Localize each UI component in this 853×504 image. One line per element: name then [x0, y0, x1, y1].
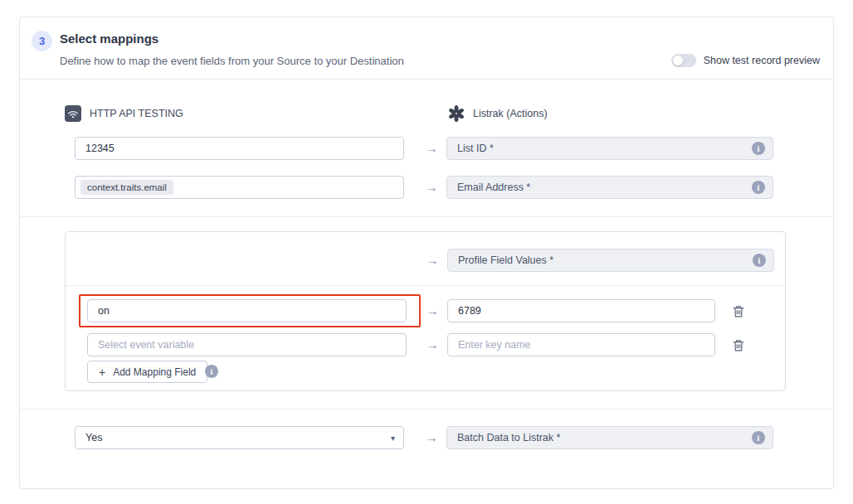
- delete-mapping-button[interactable]: [731, 337, 746, 352]
- destination-header: Listrak (Actions): [448, 105, 548, 122]
- mapping-pair-destination: [447, 333, 715, 356]
- event-variable-input[interactable]: [87, 333, 407, 356]
- info-icon[interactable]: i: [205, 365, 218, 378]
- info-icon[interactable]: i: [752, 431, 765, 444]
- arrow-right-icon: →: [422, 303, 442, 317]
- section-divider: [20, 409, 833, 410]
- trash-icon: [733, 305, 744, 317]
- mapping-pair-source: [87, 299, 407, 322]
- arrow-right-icon: →: [422, 253, 442, 267]
- toggle-label: Show test record preview: [704, 55, 820, 66]
- show-test-record-preview-toggle[interactable]: [671, 54, 696, 67]
- wifi-icon: [65, 105, 81, 122]
- chevron-down-icon: ▾: [391, 434, 395, 443]
- trash-icon: [733, 339, 744, 351]
- delete-mapping-button[interactable]: [731, 303, 746, 318]
- info-icon[interactable]: i: [752, 181, 765, 194]
- list-id-source-field: [75, 137, 404, 160]
- destination-name: Listrak (Actions): [473, 108, 548, 119]
- arrow-right-icon: →: [422, 180, 441, 194]
- mapping-pair-destination: [447, 299, 715, 322]
- batch-select[interactable]: Yes ▾: [75, 426, 404, 449]
- event-variable-input[interactable]: [87, 299, 407, 322]
- add-mapping-field-label: Add Mapping Field: [113, 366, 196, 378]
- page-title: Select mappings: [60, 32, 158, 46]
- destination-field-label: List ID *: [457, 143, 494, 154]
- source-name: HTTP API TESTING: [90, 108, 183, 119]
- section-divider: [20, 216, 833, 217]
- add-mapping-field-button[interactable]: + Add Mapping Field: [87, 361, 207, 383]
- arrow-right-icon: →: [422, 430, 441, 444]
- select-mappings-card: 3 Select mappings Define how to map the …: [19, 17, 834, 489]
- listrak-logo-icon: [448, 105, 465, 122]
- profile-field-values-destination-field: Profile Field Values * i: [447, 249, 774, 272]
- arrow-right-icon: →: [422, 141, 441, 155]
- key-name-input[interactable]: [447, 299, 715, 322]
- source-header: HTTP API TESTING: [65, 105, 183, 122]
- batch-destination-field: Batch Data to Listrak * i: [446, 426, 773, 449]
- batch-selected-value: Yes: [85, 432, 102, 443]
- key-name-input[interactable]: [447, 333, 715, 356]
- destination-field-label: Email Address *: [457, 182, 530, 193]
- destination-field-label: Batch Data to Listrak *: [457, 432, 560, 443]
- toggle-knob: [673, 56, 683, 65]
- email-source-field[interactable]: context.traits.email: [75, 176, 404, 199]
- destination-field-label: Profile Field Values *: [458, 254, 553, 266]
- group-divider: [66, 285, 785, 286]
- header-divider: [20, 79, 833, 80]
- list-id-input[interactable]: [75, 137, 404, 160]
- step-number-badge: 3: [32, 31, 52, 51]
- info-icon[interactable]: i: [752, 142, 765, 155]
- arrow-right-icon: →: [422, 337, 442, 351]
- email-destination-field: Email Address * i: [446, 176, 773, 199]
- profile-field-values-group: → Profile Field Values * i → →: [65, 231, 786, 391]
- test-record-preview-control: Show test record preview: [671, 54, 820, 67]
- info-icon[interactable]: i: [753, 254, 766, 267]
- event-variable-token[interactable]: context.traits.email: [80, 180, 173, 195]
- list-id-destination-field: List ID * i: [446, 137, 773, 160]
- plus-icon: +: [99, 366, 105, 379]
- mapping-pair-source: [87, 333, 407, 356]
- page-subtitle: Define how to map the event fields from …: [60, 55, 404, 67]
